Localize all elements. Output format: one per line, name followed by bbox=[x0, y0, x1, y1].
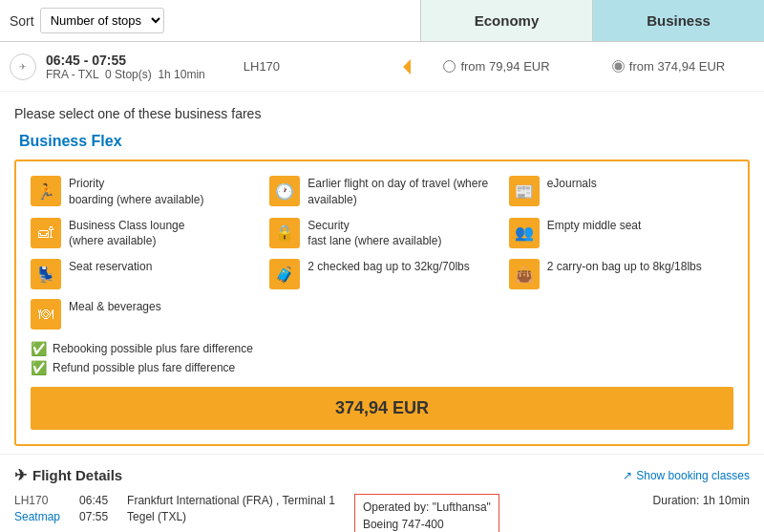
seat-reservation-icon: 💺 bbox=[31, 259, 61, 289]
earlier-flight-icon: 🕐 bbox=[269, 176, 300, 206]
detail-operated-col: Operated by: "Lufthansa" Boeing 747-400 bbox=[354, 494, 499, 532]
flight-details-header: ✈ Flight Details ↗ Show booking classes bbox=[14, 466, 750, 484]
flight-number-label: LH170 bbox=[14, 494, 60, 507]
details-row: LH170 Seatmap 06:45 07:55 Frankfurt Inte… bbox=[14, 494, 750, 532]
feature-middle-seat-text: Empty middle seat bbox=[547, 218, 642, 234]
sort-label: Sort bbox=[10, 13, 34, 29]
ejournals-icon: 📰 bbox=[509, 176, 540, 206]
feature-checked-bag-text: 2 checked bag up to 32kg/70lbs bbox=[308, 259, 469, 275]
checkmark-refund-text: Refund possible plus fare difference bbox=[53, 361, 235, 374]
feature-lounge-text: Business Class lounge(where available) bbox=[69, 218, 184, 250]
detail-airports-col: Frankfurt International (FRA) , Terminal… bbox=[127, 494, 335, 523]
feature-priority: 🏃 Priorityboarding (where available) bbox=[31, 176, 255, 208]
feature-carryon: 👜 2 carry-on bag up to 8kg/18lbs bbox=[509, 259, 733, 289]
sort-select[interactable]: Number of stopsPriceDuration bbox=[40, 8, 164, 33]
arrival-airport: Tegel (TXL) bbox=[127, 510, 335, 523]
feature-security: 🔒 Securityfast lane (where available) bbox=[269, 218, 494, 250]
feature-carryon-text: 2 carry-on bag up to 8kg/18lbs bbox=[547, 259, 702, 275]
fares-section: Please select one of these business fare… bbox=[0, 92, 764, 446]
flight-details-section: ✈ Flight Details ↗ Show booking classes … bbox=[0, 454, 764, 532]
lounge-icon: 🛋 bbox=[31, 218, 61, 248]
business-price: from 374,94 EUR bbox=[629, 59, 725, 74]
feature-meal: 🍽 Meal & beverages bbox=[31, 299, 255, 330]
feature-priority-text: Priorityboarding (where available) bbox=[69, 176, 203, 208]
economy-price: from 79,94 EUR bbox=[460, 59, 549, 74]
detail-flight-col: LH170 Seatmap bbox=[14, 494, 60, 523]
features-grid: 🏃 Priorityboarding (where available) 🕐 E… bbox=[31, 176, 733, 330]
tab-business[interactable]: Business bbox=[592, 0, 764, 41]
checkmark-rebooking: ✅ Rebooking possible plus fare differenc… bbox=[31, 341, 733, 356]
operated-by: Operated by: "Lufthansa" bbox=[363, 499, 491, 516]
plane-icon: ✈ bbox=[14, 466, 27, 484]
flight-route: FRA - TXL 0 Stop(s) 1h 10min bbox=[46, 68, 205, 81]
check-refund-icon: ✅ bbox=[31, 360, 47, 375]
fare-economy: from 79,94 EUR bbox=[411, 52, 583, 81]
sort-section: Sort Number of stopsPriceDuration bbox=[0, 0, 174, 41]
feature-security-text: Securityfast lane (where available) bbox=[308, 218, 441, 250]
security-icon: 🔒 bbox=[269, 218, 300, 248]
arrival-time: 07:55 bbox=[79, 510, 108, 523]
checkmarks: ✅ Rebooking possible plus fare differenc… bbox=[31, 341, 733, 375]
feature-earlier-flight-text: Earlier flight on day of travel (where a… bbox=[308, 176, 494, 208]
flight-info: 06:45 - 07:55 FRA - TXL 0 Stop(s) 1h 10m… bbox=[46, 53, 205, 81]
flight-details-title: ✈ Flight Details bbox=[14, 466, 122, 484]
carryon-icon: 👜 bbox=[509, 259, 540, 289]
aircraft: Boeing 747-400 bbox=[363, 516, 491, 532]
feature-ejournals: 📰 eJournals bbox=[509, 176, 733, 208]
feature-earlier-flight: 🕐 Earlier flight on day of travel (where… bbox=[269, 176, 494, 208]
duration-label: Duration: bbox=[653, 494, 700, 507]
middle-seat-icon: 👥 bbox=[509, 218, 540, 248]
checkmark-refund: ✅ Refund possible plus fare difference bbox=[31, 360, 733, 375]
flight-time: 06:45 - 07:55 bbox=[46, 53, 205, 68]
fare-business: from 374,94 EUR bbox=[583, 52, 754, 81]
check-rebooking-icon: ✅ bbox=[31, 341, 47, 356]
fares-intro: Please select one of these business fare… bbox=[14, 106, 750, 121]
feature-checked-bag: 🧳 2 checked bag up to 32kg/70lbs bbox=[269, 259, 494, 289]
duration-value: 1h 10min bbox=[703, 494, 750, 507]
tab-economy[interactable]: Economy bbox=[420, 0, 592, 41]
departure-airport: Frankfurt International (FRA) , Terminal… bbox=[127, 494, 335, 507]
feature-ejournals-text: eJournals bbox=[547, 176, 597, 192]
meal-icon: 🍽 bbox=[31, 299, 61, 330]
checked-bag-icon: 🧳 bbox=[269, 259, 300, 289]
feature-middle-seat: 👥 Empty middle seat bbox=[509, 218, 733, 250]
checkmark-rebooking-text: Rebooking possible plus fare difference bbox=[53, 342, 253, 355]
feature-meal-text: Meal & beverages bbox=[69, 299, 161, 315]
priority-icon: 🏃 bbox=[31, 176, 61, 206]
airline-logo: ✈ bbox=[10, 53, 36, 80]
fare-card: 🏃 Priorityboarding (where available) 🕐 E… bbox=[14, 160, 750, 446]
feature-seat-reservation-text: Seat reservation bbox=[69, 259, 152, 275]
operated-box: Operated by: "Lufthansa" Boeing 747-400 bbox=[354, 494, 499, 532]
show-booking-icon: ↗ bbox=[623, 469, 632, 482]
economy-radio[interactable] bbox=[443, 60, 456, 73]
flight-row: ✈ 06:45 - 07:55 FRA - TXL 0 Stop(s) 1h 1… bbox=[0, 42, 764, 92]
business-radio[interactable] bbox=[612, 60, 625, 73]
show-booking-link[interactable]: ↗ Show booking classes bbox=[623, 469, 750, 482]
detail-times-col: 06:45 07:55 bbox=[79, 494, 108, 523]
feature-lounge: 🛋 Business Class lounge(where available) bbox=[31, 218, 255, 250]
fare-card-title: Business Flex bbox=[14, 133, 750, 150]
flight-number: LH170 bbox=[224, 59, 280, 74]
header-bar: Sort Number of stopsPriceDuration Econom… bbox=[0, 0, 764, 42]
price-bar[interactable]: 374,94 EUR bbox=[31, 387, 733, 430]
departure-time: 06:45 bbox=[79, 494, 108, 507]
feature-seat-reservation: 💺 Seat reservation bbox=[31, 259, 255, 289]
seatmap-label[interactable]: Seatmap bbox=[14, 510, 60, 523]
duration-col: Duration: 1h 10min bbox=[653, 494, 750, 507]
